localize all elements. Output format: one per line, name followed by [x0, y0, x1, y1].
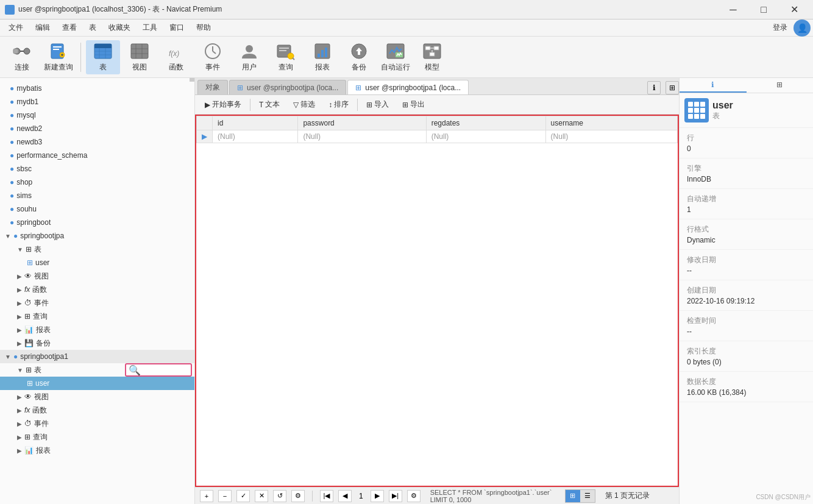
column-header-regdates[interactable]: regdates: [426, 116, 545, 130]
tab-user-1[interactable]: ⊞ user @springbootjpa (loca...: [229, 80, 346, 94]
toolbar-auto-run[interactable]: 自动运行: [378, 40, 413, 74]
engine-label: 引擎: [687, 163, 806, 174]
search-box[interactable]: 🔍: [125, 363, 192, 377]
last-page-button[interactable]: ▶|: [389, 490, 402, 502]
sidebar-item-springbootjpa1-user[interactable]: ⊞ user: [0, 377, 194, 390]
toolbar-event[interactable]: 事件: [196, 40, 230, 74]
menu-edit[interactable]: 编辑: [29, 20, 56, 35]
menu-view[interactable]: 查看: [56, 20, 83, 35]
sidebar-item-springbootjpa-reports[interactable]: ▶ 📊 报表: [0, 323, 194, 336]
sidebar-item-springbootjpa-user[interactable]: ⊞ user: [0, 256, 194, 269]
right-panel-tab-grid[interactable]: ⊞: [747, 78, 814, 93]
menu-table[interactable]: 表: [83, 20, 102, 35]
sidebar-item-springbootjpa-views[interactable]: ▶ 👁 视图: [0, 269, 194, 283]
sidebar-item-sims[interactable]: ● sims: [0, 189, 194, 202]
close-button[interactable]: ✕: [780, 0, 808, 20]
form-view-button[interactable]: ☰: [580, 490, 595, 502]
remove-row-button[interactable]: −: [218, 490, 232, 502]
menu-tools[interactable]: 工具: [137, 20, 163, 35]
cell-id[interactable]: (Null): [213, 130, 298, 143]
table-icon: [93, 41, 113, 61]
text-button[interactable]: T 文本: [254, 98, 285, 112]
confirm-button[interactable]: ✓: [236, 490, 250, 502]
toolbar-user[interactable]: 用户: [232, 40, 266, 74]
toolbar-table[interactable]: 表: [86, 40, 120, 74]
sidebar-item-springbootjpa-functions[interactable]: ▶ fx 函数: [0, 283, 194, 296]
sidebar-item-newdb2[interactable]: ● newdb2: [0, 122, 194, 135]
menu-favorites[interactable]: 收藏夹: [102, 20, 137, 35]
toolbar-report[interactable]: 报表: [305, 40, 339, 74]
import-button[interactable]: ⊞ 导入: [361, 98, 394, 112]
auto-increment-value: 1: [687, 205, 806, 214]
tab-user-2[interactable]: ⊞ user @springbootjpa1 (loca...: [347, 80, 469, 94]
sidebar-item-performance-schema[interactable]: ● performance_schema: [0, 149, 194, 162]
svg-rect-34: [325, 48, 327, 57]
sidebar-item-springbootjpa1[interactable]: ▼ ● springbootjpa1: [0, 350, 194, 363]
prev-page-button[interactable]: ◀: [338, 490, 352, 502]
maximize-button[interactable]: □: [750, 0, 778, 20]
cell-password[interactable]: (Null): [298, 130, 426, 143]
toolbar-backup[interactable]: 备份: [342, 40, 376, 74]
login-button[interactable]: 登录: [767, 20, 793, 35]
menu-file[interactable]: 文件: [2, 20, 29, 35]
export-button[interactable]: ⊞ 导出: [397, 98, 430, 112]
toolbar-query[interactable]: 查询: [269, 40, 303, 74]
toolbar-divider-2: [357, 99, 358, 111]
page-settings-button[interactable]: ⚙: [407, 490, 421, 502]
tab-object[interactable]: 对象: [197, 80, 228, 94]
first-page-button[interactable]: |◀: [320, 490, 333, 502]
toolbar-view[interactable]: 视图: [122, 40, 157, 74]
sidebar-item-mybatis[interactable]: ● mybatis: [0, 82, 194, 95]
toolbar-function[interactable]: f(x) 函数: [159, 40, 193, 74]
model-icon: [422, 41, 442, 61]
cancel-button[interactable]: ✕: [255, 490, 268, 502]
sidebar-item-label: 表: [34, 365, 41, 375]
sidebar-item-sbsc[interactable]: ● sbsc: [0, 162, 194, 176]
sidebar-item-mydb1[interactable]: ● mydb1: [0, 95, 194, 108]
menu-help[interactable]: 帮助: [190, 20, 217, 35]
add-row-button[interactable]: +: [200, 490, 213, 502]
db-icon: ●: [10, 218, 14, 227]
sidebar-item-springbootjpa1-reports[interactable]: ▶ 📊 报表: [0, 444, 194, 457]
backup-icon: [349, 41, 369, 61]
sidebar-item-souhu[interactable]: ● souhu: [0, 202, 194, 216]
right-panel-tab-info[interactable]: ℹ: [680, 78, 747, 93]
right-panel-row-format-section: 行格式 Dynamic: [680, 219, 813, 250]
sort-button[interactable]: ↕ 排序: [324, 98, 353, 112]
tab-grid-button[interactable]: ⊞: [666, 81, 679, 94]
sidebar-item-springbootjpa1-functions[interactable]: ▶ fx 函数: [0, 403, 194, 417]
sidebar-item-label: shop: [16, 178, 32, 186]
sidebar-item-mysql[interactable]: ● mysql: [0, 108, 194, 122]
cell-regdates[interactable]: (Null): [426, 130, 545, 143]
sidebar-item-springboot[interactable]: ● springboot: [0, 216, 194, 229]
tab-info-button[interactable]: ℹ: [647, 81, 661, 94]
sidebar-item-shop[interactable]: ● shop: [0, 176, 194, 189]
settings-button[interactable]: ⚙: [291, 490, 305, 502]
table-folder-icon: ⊞: [26, 245, 32, 254]
toolbar-model[interactable]: 模型: [415, 40, 449, 74]
sidebar-item-springbootjpa-events[interactable]: ▶ ⏱ 事件: [0, 296, 194, 310]
column-header-id[interactable]: id: [213, 116, 298, 130]
report-icon: 📊: [24, 325, 34, 334]
sidebar-item-springbootjpa1-events[interactable]: ▶ ⏱ 事件: [0, 417, 194, 430]
grid-view-button[interactable]: ⊞: [566, 490, 580, 502]
sidebar-item-springbootjpa1-queries[interactable]: ▶ ⊞ 查询: [0, 430, 194, 444]
toolbar-new-query[interactable]: 新建查询: [41, 40, 76, 74]
next-page-button[interactable]: ▶: [371, 490, 384, 502]
sidebar-item-springbootjpa-backup[interactable]: ▶ 💾 备份: [0, 336, 194, 350]
cell-username[interactable]: (Null): [545, 130, 677, 143]
sidebar-item-springbootjpa-tables[interactable]: ▼ ⊞ 表: [0, 243, 194, 256]
column-header-password[interactable]: password: [298, 116, 426, 130]
table-row[interactable]: ▶ (Null) (Null) (Null) (Null): [197, 130, 678, 143]
sidebar-item-springbootjpa-queries[interactable]: ▶ ⊞ 查询: [0, 310, 194, 323]
refresh-button[interactable]: ↺: [273, 490, 286, 502]
filter-button[interactable]: ▽ 筛选: [288, 98, 320, 112]
minimize-button[interactable]: ─: [719, 0, 747, 20]
menu-window[interactable]: 窗口: [163, 20, 190, 35]
sidebar-item-springbootjpa1-views[interactable]: ▶ 👁 视图: [0, 390, 194, 403]
toolbar-connect[interactable]: 连接: [5, 40, 39, 74]
sidebar-item-springbootjpa[interactable]: ▼ ● springbootjpa: [0, 229, 194, 243]
begin-transaction-button[interactable]: ▶ 开始事务: [200, 98, 246, 112]
sidebar-item-newdb3[interactable]: ● newdb3: [0, 135, 194, 149]
column-header-username[interactable]: username: [545, 116, 677, 130]
